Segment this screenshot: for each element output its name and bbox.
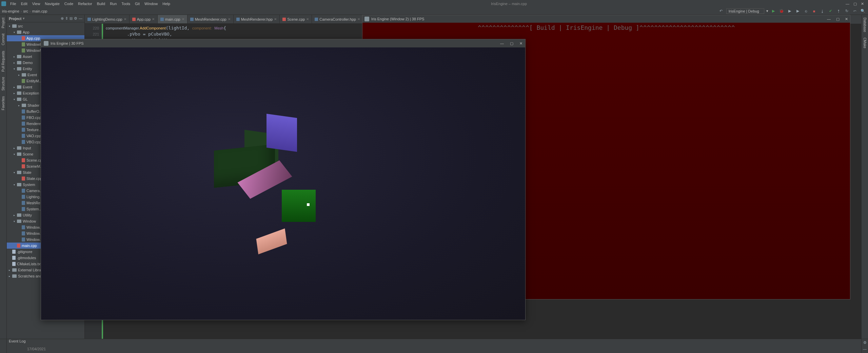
coverage-icon[interactable]: ▶ [787, 8, 793, 14]
tool-cmake[interactable]: CMake [863, 36, 867, 50]
tab-close-icon[interactable]: ✕ [228, 17, 231, 21]
close-icon[interactable]: ✕ [845, 17, 848, 21]
stop-icon[interactable]: ■ [811, 8, 817, 14]
event-log-rows[interactable]: 17/04/202115:48Build failed in...16:00Bu… [7, 343, 861, 353]
tree-arrow-icon[interactable]: ▾ [14, 31, 17, 34]
tree-arrow-icon[interactable]: ▸ [14, 55, 17, 58]
minimize-icon[interactable]: — [827, 17, 831, 21]
tree-arrow-icon[interactable]: ▸ [14, 86, 17, 89]
tab-close-icon[interactable]: ✕ [357, 17, 360, 21]
file-type-icon [132, 18, 136, 21]
minimize-icon[interactable]: — [500, 41, 504, 46]
editor-tab[interactable]: MeshRenderer.cpp✕ [188, 15, 234, 23]
debug-icon[interactable]: 🐞 [778, 8, 785, 14]
menu-tools[interactable]: Tools [119, 1, 132, 6]
attach-icon[interactable]: ⎋ [803, 8, 809, 14]
tree-arrow-icon[interactable]: ▸ [9, 275, 12, 278]
tree-arrow-icon[interactable]: ▾ [14, 153, 17, 156]
editor-tab[interactable]: Scene.cpp✕ [280, 15, 312, 23]
editor-tab[interactable]: LightingDemo.cpp✕ [85, 15, 130, 23]
tool-structure[interactable]: Structure [1, 76, 5, 92]
tree-arrow-icon[interactable]: ▾ [14, 220, 17, 223]
tab-close-icon[interactable]: ✕ [306, 17, 309, 21]
tree-arrow-icon[interactable]: ▸ [14, 147, 17, 150]
maximize-icon[interactable]: ▢ [853, 2, 857, 6]
run-config-select[interactable]: IrisEngine | Debug [726, 8, 764, 14]
event-log-row[interactable]: 17/04/2021 [9, 344, 859, 353]
tree-item[interactable]: ▾App [7, 29, 84, 35]
tab-close-icon[interactable]: ✕ [124, 17, 126, 21]
event-log-right-tools: ⚙ — [861, 339, 868, 353]
menu-navigate[interactable]: Navigate [43, 1, 61, 6]
tree-item-label: Event [23, 85, 32, 89]
menu-window[interactable]: Window [142, 1, 160, 6]
menu-help[interactable]: Help [160, 1, 172, 6]
tree-item-label: EntityM... [26, 79, 42, 83]
tree-arrow-icon[interactable]: ▾ [9, 25, 12, 28]
primary-render-window[interactable]: Iris Engine | 30 FPS — ▢ ✕ [41, 39, 526, 320]
menu-build[interactable]: Build [95, 1, 107, 6]
tree-item-label: State [23, 170, 32, 174]
tool-database[interactable]: Database [863, 16, 867, 34]
editor-tab[interactable]: MeshRenderer.hpp✕ [234, 15, 280, 23]
search-icon[interactable]: 🔍 [860, 8, 866, 14]
menu-edit[interactable]: Edit [19, 1, 29, 6]
git-push-icon[interactable]: ✔ [827, 8, 833, 14]
tree-item-label: Scene [23, 152, 33, 156]
tab-close-icon[interactable]: ✕ [182, 17, 184, 21]
scroll-icon[interactable]: ⊕ [61, 16, 64, 21]
profile-icon[interactable]: ▶ [795, 8, 801, 14]
collapse-icon[interactable]: ⊟ [70, 16, 73, 21]
history-icon[interactable]: ↻ [844, 8, 850, 14]
render-viewport[interactable] [41, 47, 525, 320]
git-update-icon[interactable]: ⭱ [835, 8, 842, 14]
tab-close-icon[interactable]: ✕ [152, 17, 155, 21]
tool-pull-requests[interactable]: Pull Requests [1, 49, 5, 73]
tree-arrow-icon[interactable]: ▸ [18, 74, 22, 77]
breadcrumb-item[interactable]: src [23, 9, 28, 13]
tree-arrow-icon[interactable]: ▸ [9, 269, 12, 272]
editor-tab[interactable]: main.cpp✕ [158, 15, 188, 23]
tree-item-label: Lighting... [26, 195, 43, 199]
tool-project[interactable]: Project [1, 16, 5, 29]
tree-item[interactable]: ▾src [7, 23, 84, 29]
tool-commit[interactable]: Commit [1, 32, 5, 46]
maximize-icon[interactable]: ▢ [510, 41, 513, 46]
tree-arrow-icon[interactable]: ▾ [14, 67, 17, 70]
menu-git[interactable]: Git [133, 1, 142, 6]
tool-favorites[interactable]: Favorites [1, 95, 5, 111]
tree-arrow-icon[interactable]: ▸ [14, 61, 17, 64]
tree-arrow-icon[interactable]: ▸ [14, 214, 17, 217]
close-icon[interactable]: ✕ [519, 41, 522, 46]
breadcrumb-item[interactable]: main.cpp [32, 9, 47, 13]
file-icon [22, 134, 25, 138]
menu-run[interactable]: Run [108, 1, 119, 6]
menu-refactor[interactable]: Refactor [76, 1, 94, 6]
tree-arrow-icon[interactable]: ▾ [14, 183, 17, 186]
tree-arrow-icon[interactable]: ▸ [18, 104, 22, 107]
run-icon[interactable]: ▶ [770, 8, 776, 14]
tab-close-icon[interactable]: ✕ [274, 17, 277, 21]
menu-file[interactable]: File [8, 1, 18, 6]
hide-icon[interactable]: — [79, 16, 82, 21]
hide-icon[interactable]: — [863, 347, 867, 351]
tree-arrow-icon[interactable]: ▸ [14, 92, 17, 95]
git-pull-icon[interactable]: ⭳ [819, 8, 825, 14]
breadcrumb[interactable]: iris-engine›src›main.cpp [2, 9, 47, 13]
back-icon[interactable]: ↶ [718, 8, 724, 14]
menu-code[interactable]: Code [62, 1, 75, 6]
maximize-icon[interactable]: ▢ [836, 17, 840, 21]
minimize-icon[interactable]: — [846, 2, 849, 6]
gear-icon[interactable]: ⚙ [863, 340, 867, 345]
editor-tab[interactable]: CameraController.hpp✕ [312, 15, 363, 23]
close-icon[interactable]: ✕ [861, 2, 864, 6]
tree-arrow-icon[interactable]: ▾ [14, 171, 17, 174]
breadcrumb-item[interactable]: iris-engine [2, 9, 19, 13]
folder-icon [17, 213, 21, 217]
gear-icon[interactable]: ⚙ [74, 16, 77, 21]
revert-icon[interactable]: ⤺ [852, 8, 858, 14]
editor-tab[interactable]: App.cpp✕ [130, 15, 158, 23]
menu-view[interactable]: View [30, 1, 42, 6]
tree-arrow-icon[interactable]: ▾ [14, 98, 17, 101]
expand-icon[interactable]: ⇕ [65, 16, 68, 21]
